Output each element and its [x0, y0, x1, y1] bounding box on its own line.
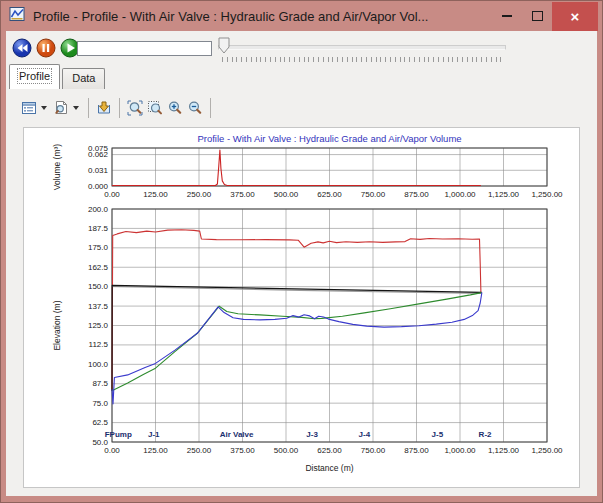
- skip-back-button[interactable]: [12, 38, 32, 58]
- svg-text:875.00: 875.00: [404, 190, 429, 199]
- chart-panel: 0.00125.00250.00375.00500.00625.00750.00…: [23, 127, 580, 488]
- svg-text:200.0: 200.0: [88, 205, 109, 214]
- svg-text:R-2: R-2: [479, 430, 492, 439]
- svg-text:87.5: 87.5: [92, 379, 108, 388]
- svg-text:FPump: FPump: [105, 430, 132, 439]
- svg-text:J-3: J-3: [306, 430, 318, 439]
- svg-text:112.5: 112.5: [89, 340, 109, 349]
- slider-ticks: [222, 57, 502, 62]
- svg-text:125.00: 125.00: [143, 190, 168, 199]
- svg-text:137.5: 137.5: [88, 302, 109, 311]
- svg-text:0.000: 0.000: [88, 182, 109, 191]
- title-bar: Profile - Profile - With Air Valve : Hyd…: [1, 1, 602, 31]
- svg-text:Air Valve: Air Valve: [220, 430, 254, 439]
- svg-text:187.5: 187.5: [88, 224, 109, 233]
- svg-text:500.00: 500.00: [274, 190, 299, 199]
- svg-text:1,125.00: 1,125.00: [488, 190, 520, 199]
- tab-profile[interactable]: Profile: [9, 64, 60, 89]
- zoom-window-icon[interactable]: [126, 99, 144, 117]
- svg-text:500.00: 500.00: [274, 446, 299, 455]
- print-preview-icon[interactable]: [52, 99, 70, 117]
- minimize-button[interactable]: [492, 2, 522, 31]
- profile-chart-canvas[interactable]: 0.00125.00250.00375.00500.00625.00750.00…: [24, 128, 579, 487]
- close-button[interactable]: ×: [552, 2, 598, 31]
- toolbar-separator: [210, 98, 211, 118]
- svg-text:Elevation (m): Elevation (m): [52, 300, 62, 350]
- toolbar-separator: [88, 98, 89, 118]
- svg-text:1,125.00: 1,125.00: [488, 446, 520, 455]
- svg-text:150.0: 150.0: [88, 282, 109, 291]
- chart-options-dropdown-caret[interactable]: [41, 106, 47, 110]
- snapshot-icon[interactable]: [95, 99, 113, 117]
- svg-text:1,000.00: 1,000.00: [444, 446, 476, 455]
- svg-text:0.031: 0.031: [88, 166, 109, 175]
- svg-text:125.00: 125.00: [143, 446, 168, 455]
- svg-text:62.5: 62.5: [92, 418, 108, 427]
- svg-text:Volume (m³): Volume (m³): [52, 144, 62, 190]
- svg-text:1,250.00: 1,250.00: [531, 446, 563, 455]
- svg-text:162.5: 162.5: [88, 263, 109, 272]
- svg-text:J-1: J-1: [148, 430, 160, 439]
- print-preview-dropdown-caret[interactable]: [73, 106, 79, 110]
- svg-text:250.00: 250.00: [187, 446, 212, 455]
- svg-text:125.0: 125.0: [88, 321, 109, 330]
- svg-text:J-5: J-5: [432, 430, 444, 439]
- profile-window: Profile - Profile - With Air Valve : Hyd…: [0, 0, 603, 503]
- svg-text:Distance (m): Distance (m): [305, 463, 353, 473]
- svg-text:375.00: 375.00: [230, 446, 255, 455]
- time-slider[interactable]: [218, 33, 506, 63]
- svg-text:Profile - With Air Valve : Hyd: Profile - With Air Valve : Hydraulic Gra…: [197, 133, 461, 144]
- toolbar-separator: [119, 98, 120, 118]
- window-title: Profile - Profile - With Air Valve : Hyd…: [33, 9, 492, 24]
- svg-text:J-4: J-4: [359, 430, 371, 439]
- svg-text:0.00: 0.00: [104, 446, 120, 455]
- svg-text:625.00: 625.00: [317, 190, 342, 199]
- svg-text:375.00: 375.00: [230, 190, 255, 199]
- svg-text:250.00: 250.00: [187, 190, 212, 199]
- svg-text:100.0: 100.0: [88, 360, 109, 369]
- svg-text:0.00: 0.00: [104, 190, 120, 199]
- svg-text:1,000.00: 1,000.00: [444, 190, 476, 199]
- tab-data[interactable]: Data: [62, 68, 105, 89]
- svg-text:875.00: 875.00: [404, 446, 429, 455]
- app-icon: [9, 6, 26, 27]
- chart-toolbar: [6, 89, 597, 127]
- zoom-out-icon[interactable]: [186, 99, 204, 117]
- svg-text:750.00: 750.00: [361, 190, 386, 199]
- slider-thumb[interactable]: [218, 37, 230, 58]
- zoom-extents-icon[interactable]: [146, 99, 164, 117]
- svg-text:75.0: 75.0: [92, 399, 108, 408]
- time-value-input[interactable]: [77, 41, 212, 56]
- slider-track[interactable]: [218, 45, 506, 50]
- svg-text:750.00: 750.00: [361, 446, 386, 455]
- svg-text:0.075: 0.075: [88, 144, 109, 153]
- pause-button[interactable]: [36, 38, 56, 58]
- chart-options-icon[interactable]: [20, 99, 38, 117]
- svg-text:175.0: 175.0: [88, 243, 109, 252]
- tab-strip: Profile Data: [9, 63, 597, 89]
- animation-toolbar: [6, 33, 597, 63]
- window-body: Profile Data: [6, 31, 597, 496]
- maximize-button[interactable]: [522, 2, 552, 31]
- svg-text:1,250.00: 1,250.00: [531, 190, 563, 199]
- svg-text:625.00: 625.00: [317, 446, 342, 455]
- zoom-in-icon[interactable]: [166, 99, 184, 117]
